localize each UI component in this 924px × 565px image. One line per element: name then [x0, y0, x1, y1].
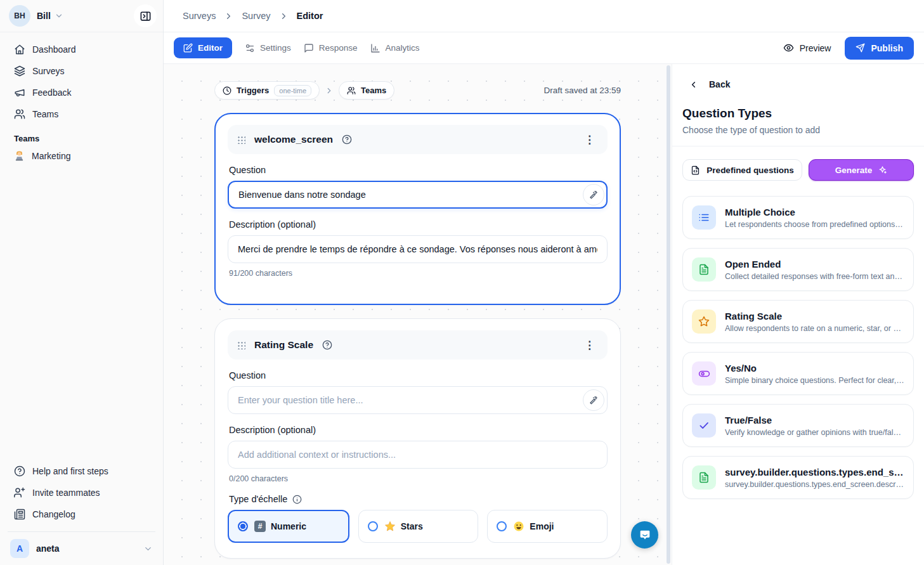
woman-technologist-emoji	[14, 151, 25, 162]
sidebar-item-surveys[interactable]: Surveys	[8, 60, 155, 82]
content-row: Triggers one-time Teams Draft saved at 2…	[164, 64, 924, 565]
question-type-true-false[interactable]: True/False Verify knowledge or gather op…	[682, 404, 914, 447]
clock-icon	[223, 86, 231, 95]
publish-button[interactable]: Publish	[845, 37, 914, 60]
question-type-title: survey.builder.questions.types.end_scr..…	[725, 467, 904, 477]
question-card-title: Rating Scale	[254, 339, 313, 351]
radio-icon[interactable]	[368, 521, 378, 531]
canvas-toolbar: Triggers one-time Teams Draft saved at 2…	[214, 81, 621, 100]
check-icon	[692, 413, 716, 438]
edit-icon	[183, 43, 193, 53]
scrollbar-thumb[interactable]	[667, 65, 670, 564]
question-type-yes-no[interactable]: Yes/No Simple binary choice questions. P…	[682, 352, 914, 395]
question-type-multiple-choice[interactable]: Multiple Choice Let respondents choose f…	[682, 196, 914, 239]
ai-rewrite-button[interactable]	[583, 389, 604, 411]
question-type-end-screen[interactable]: survey.builder.questions.types.end_scr..…	[682, 456, 914, 499]
question-title-input[interactable]	[228, 386, 608, 414]
chevron-right-icon	[325, 86, 334, 95]
sidebar-item-invite[interactable]: Invite teammates	[8, 482, 155, 503]
workspace-switcher[interactable]: BH Bill	[0, 0, 163, 32]
sidebar-item-changelog[interactable]: Changelog	[8, 503, 155, 525]
tab-analytics[interactable]: Analytics	[370, 43, 420, 53]
breadcrumb: Surveys Survey Editor	[164, 0, 924, 32]
back-button[interactable]: Back	[682, 79, 914, 89]
megaphone-icon	[14, 87, 25, 98]
ai-rewrite-button[interactable]	[583, 184, 604, 205]
magic-wand-icon	[589, 396, 599, 405]
triggers-chip[interactable]: Triggers one-time	[214, 81, 320, 100]
generate-button[interactable]: Generate	[809, 159, 914, 181]
sidebar-collapse-button[interactable]	[134, 4, 157, 27]
star-icon	[692, 309, 716, 334]
help-circle-icon[interactable]	[342, 134, 352, 145]
kebab-menu-icon[interactable]: ⋮	[580, 337, 599, 353]
file-text-icon	[692, 257, 716, 282]
trigger-type-badge: one-time	[274, 85, 311, 96]
sidebar-footer-nav: Help and first steps Invite teammates Ch…	[0, 455, 163, 532]
help-circle-icon[interactable]	[322, 340, 332, 350]
question-card-welcome-screen[interactable]: welcome_screen ⋮ Question Description (o…	[214, 113, 621, 305]
question-type-open-ended[interactable]: Open Ended Collect detailed responses wi…	[682, 248, 914, 291]
survey-canvas: Triggers one-time Teams Draft saved at 2…	[164, 64, 672, 565]
sidebar-item-marketing[interactable]: Marketing	[0, 146, 163, 166]
question-card-header[interactable]: welcome_screen ⋮	[228, 125, 608, 154]
scale-option-emoji[interactable]: Emoji	[487, 510, 608, 543]
description-field-label: Description (optional)	[229, 219, 606, 230]
question-field-label: Question	[229, 165, 606, 175]
question-type-description: survey.builder.questions.types.end_scree…	[725, 480, 904, 489]
sidebar-item-feedback[interactable]: Feedback	[8, 82, 155, 103]
question-card-header[interactable]: Rating Scale ⋮	[228, 330, 608, 360]
question-description-input[interactable]	[228, 235, 608, 263]
send-icon	[856, 43, 865, 53]
tabbar-actions: Preview Publish	[783, 37, 914, 60]
radio-checked-icon[interactable]	[238, 521, 248, 531]
predefined-questions-label: Predefined questions	[706, 166, 793, 175]
radio-icon[interactable]	[497, 521, 507, 531]
question-types-panel: Back Question Types Choose the type of q…	[672, 64, 924, 565]
kebab-menu-icon[interactable]: ⋮	[580, 132, 599, 148]
question-type-rating-scale[interactable]: Rating Scale Allow respondents to rate o…	[682, 300, 914, 343]
scale-option-label: Numeric	[271, 521, 306, 531]
drag-handle-icon[interactable]	[237, 341, 245, 349]
sidebar-item-label: Surveys	[32, 66, 65, 76]
user-menu[interactable]: A aneta	[0, 532, 163, 565]
message-square-icon	[304, 43, 314, 53]
question-type-list: Multiple Choice Let respondents choose f…	[682, 196, 914, 499]
users-icon	[14, 108, 25, 120]
eye-icon	[783, 42, 794, 53]
scale-option-numeric[interactable]: # Numeric	[228, 510, 349, 543]
chat-launcher-button[interactable]	[631, 521, 658, 549]
predefined-questions-button[interactable]: Predefined questions	[682, 159, 802, 181]
info-icon[interactable]	[292, 495, 302, 504]
sidebar-item-label: Help and first steps	[32, 466, 108, 476]
tab-settings[interactable]: Settings	[245, 43, 291, 53]
sidebar-item-help[interactable]: Help and first steps	[8, 460, 155, 482]
editor-tabbar: Editor Settings Response Analytics	[164, 32, 924, 64]
sidebar-item-teams[interactable]: Teams	[8, 103, 155, 125]
tab-response[interactable]: Response	[304, 43, 358, 53]
breadcrumb-surveys[interactable]: Surveys	[183, 11, 216, 21]
user-plus-icon	[14, 487, 25, 498]
question-card-title: welcome_screen	[254, 134, 333, 145]
question-type-description: Collect detailed responses with free-for…	[725, 272, 904, 281]
question-title-input[interactable]	[228, 181, 608, 209]
question-type-description: Let respondents choose from predefined o…	[725, 220, 904, 229]
teams-chip[interactable]: Teams	[339, 81, 394, 100]
back-label: Back	[709, 79, 730, 89]
scale-option-stars[interactable]: Stars	[358, 510, 479, 543]
preview-button[interactable]: Preview	[783, 42, 831, 53]
scale-type-options: # Numeric Stars	[228, 510, 608, 543]
question-type-title: Yes/No	[725, 363, 904, 373]
sidebar-item-dashboard[interactable]: Dashboard	[8, 39, 155, 60]
question-card-rating-scale[interactable]: Rating Scale ⋮ Question Description (opt…	[214, 318, 621, 559]
newspaper-icon	[14, 509, 25, 520]
sidebar-item-label: Invite teammates	[32, 488, 100, 498]
breadcrumb-survey[interactable]: Survey	[242, 11, 270, 21]
panel-toggle-icon	[140, 10, 152, 22]
question-type-title: True/False	[725, 415, 904, 425]
tab-editor[interactable]: Editor	[174, 37, 232, 58]
question-description-input[interactable]	[228, 441, 608, 469]
drag-handle-icon[interactable]	[237, 135, 245, 144]
team-label: Marketing	[32, 151, 70, 161]
canvas-scrollbar[interactable]	[667, 65, 670, 564]
